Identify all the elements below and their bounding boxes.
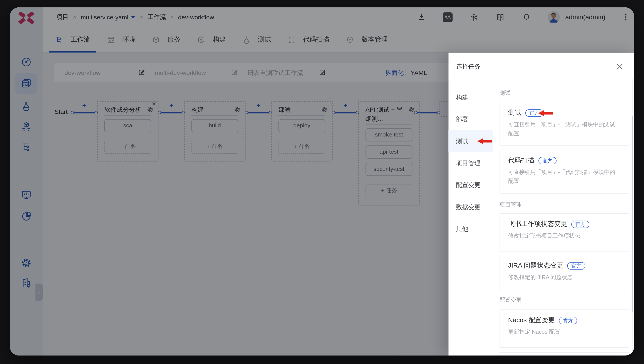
section-label-test: 测试 xyxy=(500,90,511,97)
official-badge: 官方 xyxy=(567,262,585,269)
task-card-title: 代码扫描 xyxy=(508,156,534,165)
task-card-jira-status[interactable]: JIRA 问题状态变更 官方 修改指定的 JIRA 问题状态 xyxy=(500,255,630,293)
task-card-title: 飞书工作项状态变更 xyxy=(508,220,567,229)
task-card-description: 可直接引用「项目」-「测试」模块中的测试配置 xyxy=(508,120,620,138)
category-config-change[interactable]: 配置变更 xyxy=(448,174,493,196)
close-icon[interactable] xyxy=(616,63,623,70)
task-card-title: Nacos 配置变更 xyxy=(508,316,555,325)
task-card-description: 可直接引用「项目」-「代码扫描」模块中的配置 xyxy=(508,168,620,186)
category-deploy[interactable]: 部署 xyxy=(448,108,493,130)
task-card-description: 修改指定飞书项目工作项状态 xyxy=(508,231,620,241)
task-card-title: 测试 xyxy=(508,108,521,117)
select-task-drawer: 选择任务 构建 部署 测试 项目管理 配置变更 数据变更 其他 测试 测试 官方… xyxy=(448,53,634,355)
category-other[interactable]: 其他 xyxy=(448,218,493,240)
task-card-code-scan[interactable]: 代码扫描 官方 可直接引用「项目」-「代码扫描」模块中的配置 xyxy=(500,150,630,194)
official-badge: 官方 xyxy=(538,157,556,164)
official-badge: 官方 xyxy=(571,221,590,228)
official-badge: 官方 xyxy=(559,317,577,324)
category-project-management[interactable]: 项目管理 xyxy=(448,152,493,174)
task-card-title: JIRA 问题状态变更 xyxy=(508,261,563,270)
app-window: PM xyxy=(10,8,634,355)
modal-title: 选择任务 xyxy=(456,63,480,71)
task-card-feishu-status[interactable]: 飞书工作项状态变更 官方 修改指定飞书项目工作项状态 xyxy=(500,213,630,252)
task-card-partial[interactable] xyxy=(500,352,630,355)
annotation-arrow-card-test xyxy=(538,110,553,116)
category-build[interactable]: 构建 xyxy=(448,86,493,108)
category-data-change[interactable]: 数据变更 xyxy=(448,196,493,218)
modal-scrollbar-thumb[interactable] xyxy=(632,116,633,312)
task-card-nacos-config[interactable]: Nacos 配置变更 官方 更新指定 Nacos 配置 xyxy=(500,309,630,348)
task-card-description: 更新指定 Nacos 配置 xyxy=(508,328,620,337)
screenshot-root: PM xyxy=(0,0,644,364)
annotation-arrow-category-test xyxy=(477,138,492,144)
section-label-project-management: 项目管理 xyxy=(500,201,522,208)
task-card-test[interactable]: 测试 官方 可直接引用「项目」-「测试」模块中的测试配置 xyxy=(500,102,630,146)
task-card-description: 修改指定的 JIRA 问题状态 xyxy=(508,273,620,282)
section-label-config-change: 配置变更 xyxy=(500,296,522,304)
category-divider xyxy=(495,88,496,355)
